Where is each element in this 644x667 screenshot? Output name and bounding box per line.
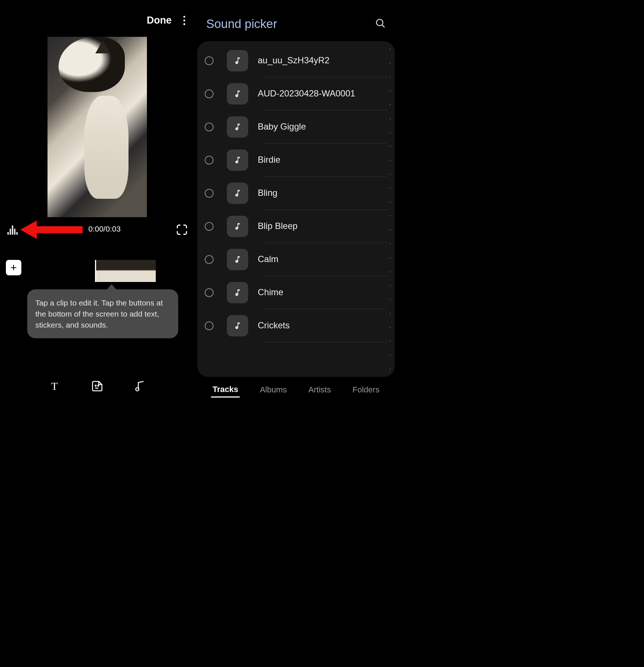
fullscreen-icon[interactable] (177, 225, 187, 235)
track-art (227, 149, 248, 171)
text-tool-button[interactable]: T (48, 380, 61, 392)
track-art (227, 315, 248, 336)
preview-image (59, 37, 125, 92)
preview-controls: 0:00/0:03 (0, 217, 194, 235)
track-radio[interactable] (205, 321, 214, 330)
track-radio[interactable] (205, 222, 214, 231)
track-radio[interactable] (205, 156, 214, 165)
tab-artists[interactable]: Artists (307, 383, 332, 397)
track-title: AUD-20230428-WA0001 (258, 88, 391, 99)
timeline-frame[interactable] (96, 260, 116, 282)
music-note-icon (134, 380, 146, 392)
divider (263, 342, 387, 342)
done-button[interactable]: Done (147, 15, 172, 26)
tab-folders[interactable]: Folders (351, 383, 381, 397)
tab-tracks[interactable]: Tracks (211, 382, 240, 398)
timeline-thumbnails[interactable] (95, 260, 156, 282)
track-text: Chime (258, 287, 391, 298)
svg-line-4 (382, 25, 384, 27)
annotation-arrow (20, 222, 83, 237)
track-art (227, 282, 248, 303)
editor-top-bar: Done (0, 0, 194, 33)
track-title: Baby Giggle (258, 121, 391, 132)
track-row[interactable]: Baby Giggle (197, 110, 395, 144)
track-row[interactable]: Bling (197, 177, 395, 210)
tab-albums[interactable]: Albums (258, 383, 288, 397)
svg-point-0 (95, 385, 96, 386)
track-row[interactable]: Calm (197, 243, 395, 276)
track-title: Calm (258, 254, 391, 264)
track-list[interactable]: au_uu_SzH34yR2AUD-20230428-WA0001Baby Gi… (197, 44, 395, 377)
more-options-button[interactable] (183, 16, 186, 25)
track-text: Birdie (258, 155, 391, 166)
track-row[interactable]: Chime (197, 276, 395, 309)
svg-point-1 (98, 385, 99, 386)
sound-picker-title: Sound picker (206, 17, 277, 31)
track-text: Calm (258, 254, 391, 265)
track-radio[interactable] (205, 56, 214, 65)
track-radio[interactable] (205, 89, 214, 98)
timeline-row: + (0, 260, 194, 282)
track-art (227, 183, 248, 204)
svg-point-3 (376, 19, 383, 26)
sound-picker-tabs: TracksAlbumsArtistsFolders (194, 377, 398, 403)
track-text: Bling (258, 188, 391, 199)
track-title: Crickets (258, 320, 391, 331)
more-vert-icon (183, 16, 185, 18)
track-art (227, 216, 248, 237)
add-clip-button[interactable]: + (6, 260, 21, 275)
track-art (227, 50, 248, 71)
video-preview[interactable] (47, 37, 147, 217)
track-row[interactable]: Crickets (197, 309, 395, 342)
editor-tools-bar: T (0, 370, 194, 403)
audio-levels-icon[interactable] (7, 225, 18, 235)
track-row[interactable]: AUD-20230428-WA0001 (197, 77, 395, 110)
track-text: Baby Giggle (258, 121, 391, 133)
track-text: au_uu_SzH34yR2 (258, 55, 391, 66)
text-icon: T (51, 380, 58, 392)
track-art (227, 83, 248, 105)
help-tooltip: Tap a clip to edit it. Tap the buttons a… (27, 289, 178, 338)
video-editor-pane: Done 0:00/0:03 + Tap a clip to edit it. … (0, 0, 194, 403)
track-radio[interactable] (205, 255, 214, 264)
timeline-frame[interactable] (116, 260, 136, 282)
sticker-icon (91, 380, 103, 392)
timeline-frame[interactable] (136, 260, 156, 282)
search-button[interactable] (375, 18, 386, 30)
search-icon (375, 18, 386, 29)
playback-time: 0:00/0:03 (88, 225, 121, 233)
track-text: Blip Bleep (258, 221, 391, 232)
track-radio[interactable] (205, 288, 214, 297)
track-art (227, 249, 248, 270)
track-row[interactable]: Blip Bleep (197, 210, 395, 243)
track-list-card: au_uu_SzH34yR2AUD-20230428-WA0001Baby Gi… (197, 41, 395, 377)
track-title: Blip Bleep (258, 221, 391, 231)
track-text: AUD-20230428-WA0001 (258, 88, 391, 99)
track-radio[interactable] (205, 123, 214, 131)
track-title: Chime (258, 287, 391, 297)
music-tool-button[interactable] (134, 380, 146, 392)
sticker-tool-button[interactable] (91, 380, 103, 392)
track-title: au_uu_SzH34yR2 (258, 55, 391, 66)
scroll-index[interactable] (388, 49, 392, 370)
sound-picker-header: Sound picker (194, 0, 398, 37)
track-title: Bling (258, 188, 391, 198)
track-art (227, 116, 248, 138)
track-row[interactable]: Birdie (197, 144, 395, 177)
track-row[interactable]: au_uu_SzH34yR2 (197, 44, 395, 77)
track-title: Birdie (258, 155, 391, 165)
track-radio[interactable] (205, 189, 214, 198)
track-text: Crickets (258, 320, 391, 331)
sound-picker-pane: Sound picker au_uu_SzH34yR2AUD-20230428-… (194, 0, 398, 403)
